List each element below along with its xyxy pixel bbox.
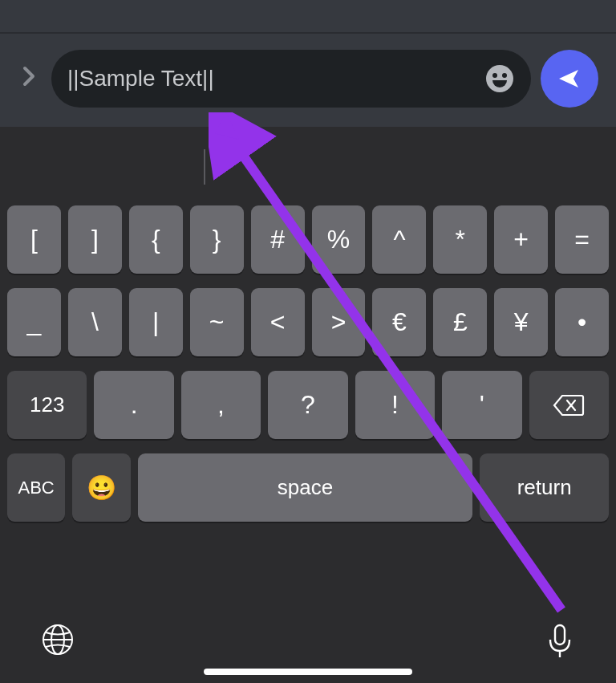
message-input[interactable]	[67, 66, 475, 91]
key-exclaim[interactable]: !	[355, 371, 435, 439]
key-return[interactable]: return	[480, 453, 609, 522]
keyboard-row-1: [ ] { } # % ^ * + =	[0, 205, 616, 274]
key-question[interactable]: ?	[268, 371, 347, 439]
keyboard-row-3: 123 . , ? ! '	[0, 371, 616, 439]
key-hash[interactable]: #	[251, 205, 305, 274]
suggestion-slot[interactable]	[205, 127, 411, 205]
emoji-picker-button[interactable]	[484, 63, 515, 94]
key-asterisk[interactable]: *	[433, 205, 487, 274]
key-gt[interactable]: >	[312, 288, 366, 356]
key-backslash[interactable]: \	[68, 288, 122, 356]
keyboard-row-2: _ \ | ~ < > € £ ¥ •	[0, 288, 616, 356]
key-plus[interactable]: +	[494, 205, 548, 274]
key-period[interactable]: .	[94, 371, 173, 439]
suggestion-slot[interactable]	[411, 127, 616, 205]
key-caret[interactable]: ^	[372, 205, 426, 274]
key-backspace[interactable]	[529, 371, 609, 439]
suggestion-bar	[0, 127, 616, 205]
key-percent[interactable]: %	[312, 205, 366, 274]
input-row	[0, 50, 616, 108]
key-tilde[interactable]: ~	[190, 288, 244, 356]
key-equals[interactable]: =	[555, 205, 609, 274]
key-rbrace[interactable]: }	[190, 205, 244, 274]
key-yen[interactable]: ¥	[494, 288, 548, 356]
key-lt[interactable]: <	[251, 288, 305, 356]
key-space[interactable]: space	[138, 453, 473, 522]
key-comma[interactable]: ,	[181, 371, 261, 439]
key-euro[interactable]: €	[372, 288, 426, 356]
mic-icon[interactable]	[544, 622, 576, 664]
key-bullet[interactable]: •	[555, 288, 609, 356]
keyboard: [ ] { } # % ^ * + = _ \ | ~ < > € £ ¥ • …	[0, 127, 616, 683]
svg-rect-3	[555, 625, 565, 644]
key-rbracket[interactable]: ]	[68, 205, 122, 274]
keyboard-toolbar	[0, 622, 616, 664]
emoji-icon	[486, 65, 513, 92]
send-icon	[556, 65, 583, 92]
send-button[interactable]	[541, 50, 598, 108]
home-indicator[interactable]	[204, 669, 412, 675]
divider	[0, 32, 616, 34]
globe-icon[interactable]	[40, 622, 75, 664]
key-lbracket[interactable]: [	[7, 205, 61, 274]
key-lbrace[interactable]: {	[129, 205, 183, 274]
suggestion-slot[interactable]	[0, 127, 205, 205]
chat-input-area	[0, 0, 616, 127]
key-underscore[interactable]: _	[7, 288, 61, 356]
key-emoji[interactable]: 😀	[72, 453, 130, 522]
key-pound[interactable]: £	[433, 288, 487, 356]
expand-icon[interactable]	[18, 65, 42, 93]
backspace-icon	[553, 393, 585, 417]
key-apostrophe[interactable]: '	[442, 371, 521, 439]
message-input-container	[51, 50, 531, 108]
keyboard-row-4: ABC 😀 space return	[0, 453, 616, 522]
key-abc[interactable]: ABC	[7, 453, 65, 522]
key-123[interactable]: 123	[7, 371, 87, 439]
key-pipe[interactable]: |	[129, 288, 183, 356]
